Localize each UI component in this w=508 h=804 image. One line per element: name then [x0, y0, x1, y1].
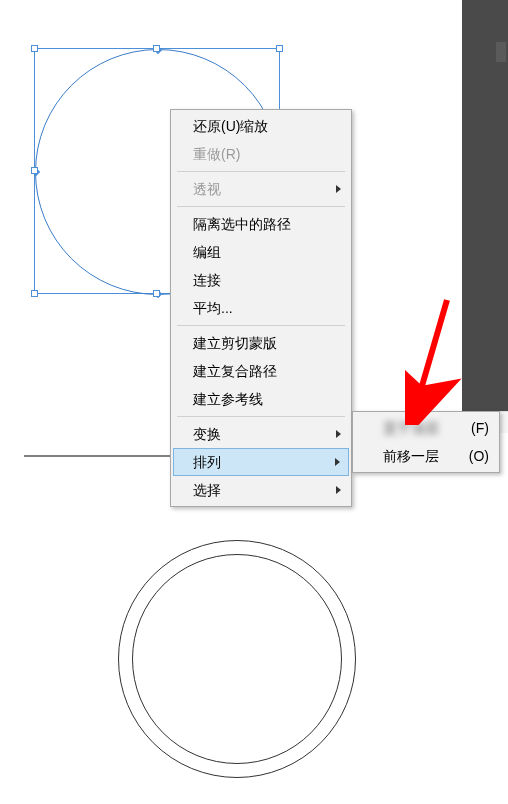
- submenu-arrow-icon: [336, 430, 341, 438]
- handle-bottom-mid[interactable]: [153, 290, 160, 297]
- submenu-bring-to-front[interactable]: 置于顶层 (F): [355, 414, 497, 442]
- menu-clipping-mask[interactable]: 建立剪切蒙版: [173, 329, 349, 357]
- menu-transform[interactable]: 变换: [173, 420, 349, 448]
- annotation-arrow-icon: [405, 295, 465, 425]
- canvas-area: 还原(U)缩放 重做(R) 透视 隔离选中的路径 编组 连接 平均... 建立剪…: [0, 0, 508, 460]
- menu-separator: [177, 171, 345, 172]
- menu-separator: [177, 325, 345, 326]
- menu-perspective-label: 透视: [193, 181, 221, 197]
- right-panel: [462, 0, 508, 412]
- arrange-submenu: 置于顶层 (F) 前移一层 (O): [352, 411, 500, 473]
- menu-compound-path[interactable]: 建立复合路径: [173, 357, 349, 385]
- ring-inner-circle: [132, 554, 342, 764]
- submenu-bring-forward-shortcut: (O): [469, 446, 489, 466]
- menu-ungroup[interactable]: 编组: [173, 238, 349, 266]
- menu-arrange[interactable]: 排列: [173, 448, 349, 476]
- context-menu: 还原(U)缩放 重做(R) 透视 隔离选中的路径 编组 连接 平均... 建立剪…: [170, 109, 352, 507]
- submenu-bring-forward[interactable]: 前移一层 (O): [355, 442, 497, 470]
- handle-mid-left[interactable]: [31, 167, 38, 174]
- menu-redo: 重做(R): [173, 140, 349, 168]
- panel-scrollbar[interactable]: [496, 42, 506, 62]
- submenu-bring-to-front-shortcut: (F): [471, 418, 489, 438]
- handle-top-mid[interactable]: [153, 45, 160, 52]
- handle-top-left[interactable]: [31, 45, 38, 52]
- menu-average[interactable]: 平均...: [173, 294, 349, 322]
- menu-join[interactable]: 连接: [173, 266, 349, 294]
- handle-bottom-left[interactable]: [31, 290, 38, 297]
- result-ring: [118, 540, 356, 778]
- menu-guides[interactable]: 建立参考线: [173, 385, 349, 413]
- menu-separator: [177, 206, 345, 207]
- menu-undo[interactable]: 还原(U)缩放: [173, 112, 349, 140]
- submenu-bring-to-front-label: 置于顶层: [383, 420, 439, 436]
- menu-arrange-label: 排列: [193, 454, 221, 470]
- submenu-arrow-icon: [336, 185, 341, 193]
- menu-select-label: 选择: [193, 482, 221, 498]
- submenu-arrow-icon: [336, 486, 341, 494]
- menu-isolate[interactable]: 隔离选中的路径: [173, 210, 349, 238]
- handle-top-right[interactable]: [276, 45, 283, 52]
- submenu-bring-forward-label: 前移一层: [383, 448, 439, 464]
- menu-perspective: 透视: [173, 175, 349, 203]
- menu-transform-label: 变换: [193, 426, 221, 442]
- menu-select[interactable]: 选择: [173, 476, 349, 504]
- submenu-arrow-icon: [335, 458, 340, 466]
- svg-line-0: [417, 300, 447, 403]
- menu-separator: [177, 416, 345, 417]
